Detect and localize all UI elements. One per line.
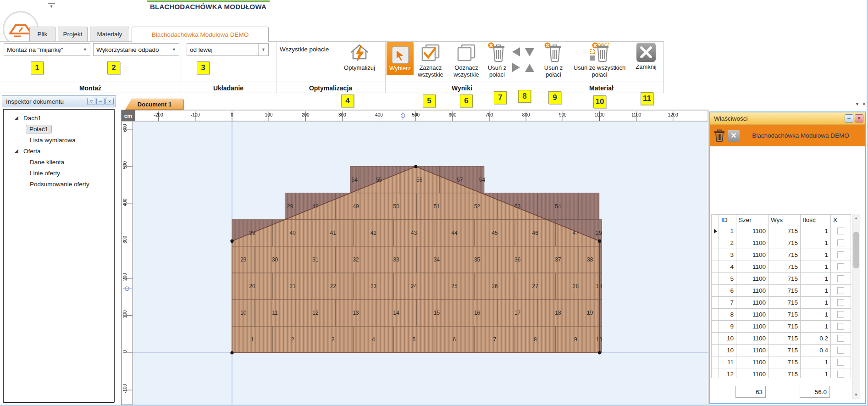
table-row[interactable]: 311007151 <box>712 249 851 261</box>
footer-area-field[interactable]: 56.0 <box>800 386 830 398</box>
tree-item-label[interactable]: Linie oferty <box>30 170 60 177</box>
table-scrollbar[interactable]: ▲ ▼ <box>852 214 860 399</box>
column-header-id[interactable]: ID <box>719 215 736 225</box>
row-checkbox[interactable] <box>837 239 844 246</box>
inspector-title: Inspektor dokumentu <box>6 98 86 105</box>
tree-item-label[interactable]: Oferta <box>23 148 41 155</box>
tab-materialy[interactable]: Materiały <box>90 27 129 41</box>
row-checkbox[interactable] <box>837 299 844 306</box>
chevron-down-icon[interactable]: ▼ <box>80 44 90 56</box>
row-checkbox[interactable] <box>837 323 844 330</box>
zamknij-button[interactable]: Zamknij <box>632 42 660 81</box>
montaz-mode-dropdown[interactable]: Montaż na "mijankę" ▼ <box>4 43 90 56</box>
table-row[interactable]: 611007151 <box>712 285 851 297</box>
table-row[interactable]: 111007151 <box>712 225 851 237</box>
row-checkbox[interactable] <box>837 263 844 270</box>
row-checkbox[interactable] <box>837 311 844 318</box>
tab-projekt[interactable]: Projekt <box>58 27 88 41</box>
panel-minimize-icon[interactable]: ─ <box>845 114 853 122</box>
chevron-down-icon[interactable]: ▼ <box>169 44 179 56</box>
table-row[interactable]: 811007151 <box>712 309 851 321</box>
tree-item-dach1[interactable]: Dach1 <box>4 112 114 123</box>
remove-material-icon[interactable]: ✕ <box>728 130 740 142</box>
panel-menu-icon[interactable]: ▽ <box>87 98 95 105</box>
tile-number: 22 <box>330 283 337 289</box>
arrow-right-icon[interactable] <box>512 63 520 72</box>
optymalizuj-button[interactable]: Optymalizuj <box>345 42 374 81</box>
row-checkbox[interactable] <box>837 359 844 366</box>
tabstrip-dropdown-icon[interactable]: ▼ <box>854 100 861 107</box>
canvas-svg[interactable]: 1234567891010111213141516171819202122232… <box>122 110 708 405</box>
drawing-canvas[interactable]: 1234567891010111213141516171819202122232… <box>121 110 708 405</box>
scroll-up-icon[interactable]: ▲ <box>853 215 859 222</box>
tree-item-label[interactable]: Lista wymiarowa <box>30 137 76 144</box>
tree-item-podsumowanie-oferty[interactable]: Podsumowanie oferty <box>4 178 114 189</box>
row-checkbox[interactable] <box>837 347 844 354</box>
odznacz-wszystkie-button[interactable]: Odznacz wszystkie <box>451 42 482 81</box>
arrow-up-icon[interactable] <box>525 64 534 72</box>
tree-item-label[interactable]: Podsumowanie oferty <box>30 181 89 188</box>
tab-plik[interactable]: Plik <box>29 27 55 41</box>
direction-dropdown[interactable]: od lewej ▼ <box>187 43 269 56</box>
row-checkbox[interactable] <box>837 287 844 294</box>
column-header-wys[interactable]: Wys <box>768 215 801 225</box>
table-row[interactable]: 511007151 <box>712 273 851 285</box>
chevron-down-icon[interactable]: ▼ <box>258 44 268 56</box>
roof-vertex-handle[interactable] <box>598 351 601 354</box>
roof-vertex-handle[interactable] <box>598 239 601 243</box>
arrow-down-icon[interactable] <box>525 48 534 56</box>
tree-item-lista-wymiarowa[interactable]: Lista wymiarowa <box>4 134 114 145</box>
column-header-ilość[interactable]: Ilość <box>801 215 831 225</box>
roof-vertex-handle[interactable] <box>230 351 233 354</box>
panel-minimize-icon[interactable]: ─ <box>96 98 105 105</box>
quick-access-toolbar-icon[interactable]: ▾ <box>48 3 55 10</box>
cell-szer: 1100 <box>736 356 768 368</box>
document-tab[interactable]: Document 1 <box>125 99 184 110</box>
zaznacz-wszystkie-button[interactable]: Zaznacz wszystkie <box>415 42 446 81</box>
trash-icon[interactable] <box>714 129 725 142</box>
tree-item-oferta[interactable]: Oferta <box>4 145 114 156</box>
tile-number: 6 <box>453 336 456 343</box>
table-row[interactable]: 911007151 <box>712 321 851 333</box>
row-checkbox[interactable] <box>837 335 844 342</box>
panel-close-icon[interactable]: ✕ <box>855 114 863 122</box>
table-row[interactable]: 1111007151 <box>712 356 851 368</box>
table-row[interactable]: 1011007150.2 <box>712 333 851 345</box>
usun-ze-wszystkich-button[interactable]: Usuń ze wszystkich połaci <box>569 42 630 81</box>
tabstrip-close-icon[interactable]: ✕ <box>861 100 868 107</box>
scroll-down-icon[interactable]: ▼ <box>853 391 859 398</box>
table-row[interactable]: 1211007151 <box>712 368 851 378</box>
usun-z-polaci-button[interactable]: Usuń z połaci <box>484 42 510 81</box>
column-header-x[interactable]: X <box>831 215 851 225</box>
tree-item-label[interactable]: Dane klienta <box>30 159 64 166</box>
tree-item-label[interactable]: Dach1 <box>23 115 41 122</box>
footer-count-field[interactable]: 63 <box>735 386 766 398</box>
panel-close-icon[interactable]: ✕ <box>105 98 114 105</box>
table-row[interactable]: 411007151 <box>712 261 851 273</box>
usun-z-polaci-material-button[interactable]: Usuń z połaci <box>540 42 567 81</box>
row-checkbox[interactable] <box>837 371 844 378</box>
roof-vertex-handle[interactable] <box>414 165 417 168</box>
ruler-tick-label: 100 <box>122 310 127 318</box>
tree-expander-icon[interactable] <box>15 116 18 120</box>
row-checkbox[interactable] <box>837 275 844 282</box>
table-row[interactable]: 1011007150.4 <box>712 345 851 356</box>
tree-item-linie-oferty[interactable]: Linie oferty <box>4 167 114 178</box>
column-header-szer[interactable]: Szer <box>736 215 768 225</box>
tree-item-dane-klienta[interactable]: Dane klienta <box>4 156 114 167</box>
tree-item-label[interactable]: Połać1 <box>26 125 52 133</box>
row-checkbox[interactable] <box>837 228 844 234</box>
row-checkbox[interactable] <box>837 251 844 258</box>
waste-usage-dropdown[interactable]: Wykorzystanie odpadó ▼ <box>93 43 179 56</box>
tree-item-połać1[interactable]: Połać1 <box>4 123 114 134</box>
roof-vertex-handle[interactable] <box>230 239 233 243</box>
tile-number: 50 <box>393 203 400 210</box>
arrow-left-icon[interactable] <box>512 47 520 56</box>
wybierz-button[interactable]: Wybierz <box>387 42 414 75</box>
table-row[interactable]: 211007151 <box>712 237 851 249</box>
table-row[interactable]: 711007151 <box>712 297 851 309</box>
scrollbar-thumb[interactable] <box>853 232 859 268</box>
tab-blachodachowka-demo[interactable]: Blachodachówka Modulowa DEMO <box>132 27 269 42</box>
tree-expander-icon[interactable] <box>15 149 18 153</box>
ruler-tick-label: 1000 <box>594 112 605 117</box>
